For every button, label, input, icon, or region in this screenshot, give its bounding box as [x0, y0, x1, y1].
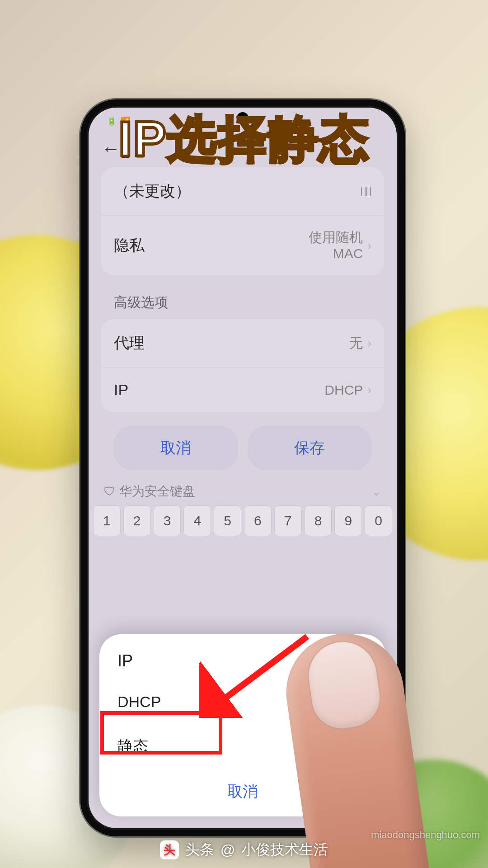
key-2[interactable]: 2	[123, 505, 151, 536]
battery-icon: 🔋	[107, 116, 117, 126]
toutiao-logo-icon: 头	[160, 840, 179, 859]
footer-prefix: 头条	[185, 840, 214, 860]
proxy-label: 代理	[114, 333, 145, 354]
ip-row[interactable]: IP DHCP ›	[101, 367, 384, 412]
advanced-label: 高级选项	[101, 286, 384, 319]
key-8[interactable]: 8	[305, 505, 332, 536]
proxy-row[interactable]: 代理 无 ›	[101, 319, 384, 367]
chevron-right-icon: ›	[367, 239, 371, 253]
chevron-down-icon[interactable]: ⌄	[371, 485, 381, 499]
privacy-row[interactable]: 隐私 使用随机 MAC ›	[101, 215, 384, 275]
key-0[interactable]: 0	[365, 505, 392, 536]
proxy-value: 无	[349, 334, 363, 353]
privacy-label: 隐私	[114, 235, 145, 256]
save-button[interactable]: 保存	[248, 426, 371, 470]
fingernail	[305, 638, 384, 732]
privacy-value-1: 使用随机	[309, 230, 363, 245]
key-6[interactable]: 6	[244, 505, 272, 536]
key-1[interactable]: 1	[93, 505, 121, 536]
chevron-right-icon: ›	[367, 383, 371, 397]
watermark: miaodongshenghuo.com	[371, 829, 480, 841]
option-label: 静态	[117, 736, 148, 757]
option-label: DHCP	[117, 693, 161, 711]
privacy-value-2: MAC	[333, 246, 363, 261]
wifi-icon: 📶	[120, 116, 130, 126]
ip-value: DHCP	[324, 382, 363, 398]
keyboard-label: 华为安全键盘	[119, 484, 195, 498]
key-7[interactable]: 7	[274, 505, 302, 536]
front-camera	[237, 112, 249, 124]
page-header: ←	[89, 135, 397, 167]
chevron-right-icon: ›	[367, 336, 371, 350]
eye-off-icon[interactable]: 👁⃠	[361, 183, 371, 200]
password-row[interactable]: （未更改） 👁⃠	[101, 167, 384, 215]
footer-author: 小俊技术生活	[241, 840, 328, 860]
key-3[interactable]: 3	[154, 505, 181, 536]
password-value: （未更改）	[114, 181, 191, 202]
back-icon[interactable]: ←	[101, 139, 120, 158]
key-4[interactable]: 4	[183, 505, 211, 536]
footer-at: @	[221, 842, 235, 859]
keyboard-number-row: 1234567890	[89, 505, 397, 536]
key-5[interactable]: 5	[214, 505, 241, 536]
shield-icon: 🛡	[104, 485, 116, 498]
footer-credit: 头 头条 @ 小俊技术生活	[0, 840, 488, 860]
key-9[interactable]: 9	[334, 505, 362, 536]
cancel-button[interactable]: 取消	[114, 426, 238, 470]
ip-label: IP	[114, 381, 128, 399]
